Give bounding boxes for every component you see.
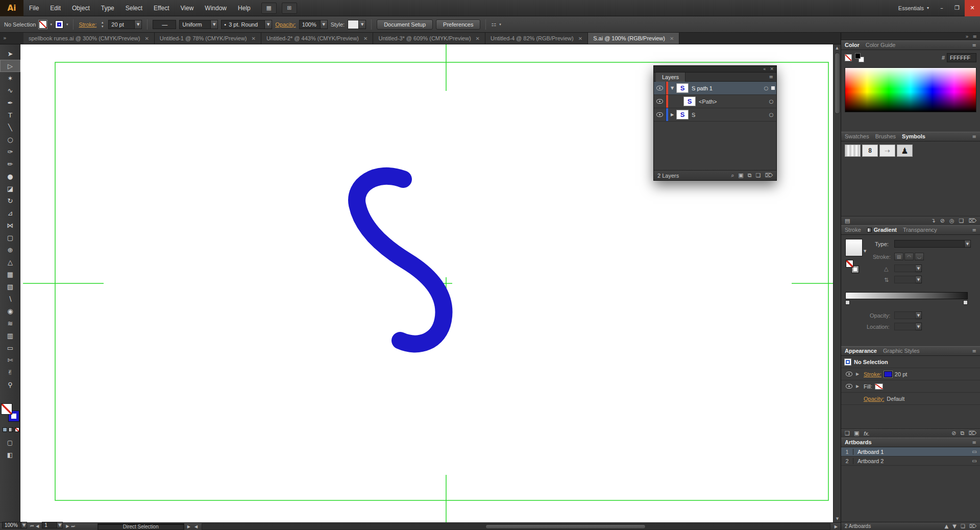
- delete-artboard-icon[interactable]: ⌦: [969, 523, 976, 529]
- artboard-name[interactable]: Artboard 1: [853, 449, 969, 455]
- eyedropper-tool[interactable]: ∖: [0, 293, 20, 305]
- stroke-weight-dropdown[interactable]: 20 pt ▼: [108, 20, 142, 29]
- symbol-thumbnail-2[interactable]: 8: [862, 144, 878, 157]
- current-tool-indicator[interactable]: Direct Selection: [97, 523, 184, 530]
- opacity-panel-link[interactable]: Opacity:: [275, 21, 296, 28]
- none-swatch[interactable]: [845, 54, 852, 61]
- artboard-navigation-dropdown[interactable]: 1 ▼: [42, 522, 63, 530]
- delete-layer-icon[interactable]: ⌦: [765, 172, 773, 179]
- layer-row[interactable]: S <Path> ○: [654, 95, 776, 108]
- zoom-dropdown[interactable]: 100% ▼: [2, 522, 27, 530]
- visibility-eye-icon[interactable]: [846, 372, 852, 376]
- stroke-chevron-icon[interactable]: ▾: [66, 22, 68, 27]
- arrange-documents-icon[interactable]: ⊞: [282, 3, 297, 14]
- panel-menu-icon[interactable]: ≡: [972, 227, 976, 233]
- line-segment-tool[interactable]: ╲: [0, 121, 20, 133]
- vertical-scroll-thumb[interactable]: [835, 53, 840, 114]
- locate-object-icon[interactable]: ⌕: [731, 172, 734, 179]
- appearance-fill-row[interactable]: ▶ Fill:: [841, 380, 980, 393]
- gradient-type-dropdown[interactable]: ▼: [894, 240, 971, 248]
- shape-builder-tool[interactable]: ⊕: [0, 244, 20, 256]
- gradient-angle-field[interactable]: ▼: [894, 264, 922, 272]
- ellipse-tool[interactable]: ○: [0, 133, 20, 146]
- menu-file[interactable]: File: [23, 0, 44, 16]
- fill-stroke-indicator[interactable]: [2, 404, 19, 421]
- chevron-down-icon[interactable]: ▼: [265, 20, 272, 29]
- menu-window[interactable]: Window: [199, 0, 232, 16]
- artboard-row[interactable]: 2 Artboard 2 ▭: [841, 456, 980, 466]
- preferences-button[interactable]: Preferences: [436, 19, 480, 30]
- chevron-down-icon[interactable]: ▼: [359, 20, 366, 29]
- collapse-dock-icon[interactable]: »: [965, 34, 968, 39]
- collapse-layer-icon[interactable]: ▼: [668, 86, 676, 90]
- color-button[interactable]: [3, 427, 7, 432]
- tab-appearance[interactable]: Appearance: [845, 348, 877, 354]
- zoom-tool[interactable]: ⚲: [0, 378, 20, 391]
- chevron-down-icon[interactable]: ▼: [864, 249, 866, 253]
- stroke-color-chip[interactable]: [55, 20, 63, 29]
- symbol-sprayer-tool[interactable]: ≋: [0, 317, 20, 329]
- new-symbol-icon[interactable]: ❏: [959, 218, 964, 224]
- artboard-icon[interactable]: ▭: [969, 458, 980, 464]
- artboard-row[interactable]: 1 Artboard 1 ▭: [841, 447, 980, 456]
- fill-color-chip[interactable]: [39, 20, 47, 29]
- horizontal-scroll-thumb[interactable]: [485, 524, 646, 529]
- move-down-icon[interactable]: ▼: [952, 523, 957, 529]
- break-link-icon[interactable]: ⊘: [940, 218, 945, 224]
- stroke-link[interactable]: Stroke:: [864, 371, 881, 377]
- gradient-across-stroke-icon[interactable]: ◡: [915, 253, 924, 260]
- lasso-tool[interactable]: ∿: [0, 84, 20, 97]
- tab-symbols[interactable]: Symbols: [902, 133, 925, 139]
- delete-symbol-icon[interactable]: ⌦: [968, 218, 976, 224]
- prev-page-icon[interactable]: ◀: [35, 524, 40, 529]
- horizontal-scrollbar[interactable]: [202, 523, 830, 530]
- last-page-icon[interactable]: ⏭: [70, 524, 76, 529]
- status-expand-icon[interactable]: ▶: [186, 524, 191, 529]
- make-clipping-mask-icon[interactable]: ▣: [738, 172, 743, 179]
- tab-close-icon[interactable]: ✕: [363, 36, 368, 41]
- document-tab[interactable]: spellbook runes.ai @ 300% (CMYK/Preview)…: [23, 33, 155, 44]
- minimize-button[interactable]: –: [934, 0, 949, 16]
- fill-indicator-none[interactable]: [2, 404, 12, 414]
- fx-menu[interactable]: fx.: [864, 430, 870, 437]
- visibility-eye-icon[interactable]: [846, 384, 852, 389]
- gradient-swatch[interactable]: [845, 239, 863, 256]
- scale-tool[interactable]: ⊿: [0, 207, 20, 219]
- menu-effect[interactable]: Effect: [148, 0, 175, 16]
- gradient-within-stroke-icon[interactable]: ▤: [894, 253, 903, 260]
- pen-tool[interactable]: ✒: [0, 97, 20, 109]
- opacity-dropdown[interactable]: 100% ▼: [299, 20, 328, 29]
- style-dropdown[interactable]: ▼: [348, 20, 366, 29]
- bridge-icon[interactable]: ▦: [261, 3, 277, 14]
- menu-view[interactable]: View: [175, 0, 200, 16]
- gradient-along-stroke-icon[interactable]: ◠: [904, 253, 914, 260]
- target-circle-icon[interactable]: ○: [766, 112, 776, 117]
- next-page-icon[interactable]: ▶: [65, 524, 70, 529]
- add-new-stroke-icon[interactable]: ❑: [845, 430, 850, 437]
- fill-none-swatch[interactable]: [875, 383, 883, 390]
- column-graph-tool[interactable]: ▥: [0, 329, 20, 342]
- tab-color[interactable]: Color: [845, 42, 860, 48]
- clear-appearance-icon[interactable]: ⊘: [951, 430, 956, 437]
- workspace-switcher[interactable]: Essentials ▾: [893, 5, 934, 11]
- place-symbol-instance-icon[interactable]: ↴: [931, 218, 936, 224]
- opacity-link[interactable]: Opacity:: [864, 396, 884, 402]
- new-sublayer-icon[interactable]: ⧉: [748, 172, 752, 179]
- gradient-stop-start[interactable]: [845, 300, 850, 305]
- appearance-opacity-row[interactable]: Opacity: Default: [841, 393, 980, 405]
- panel-menu-icon[interactable]: ≡: [972, 134, 976, 139]
- collapse-toolbar-icon[interactable]: »: [3, 35, 7, 41]
- magic-wand-tool[interactable]: ✶: [0, 72, 20, 84]
- layer-row[interactable]: ▼ S S path 1 ○: [654, 82, 776, 95]
- move-up-icon[interactable]: ▲: [944, 523, 948, 529]
- paintbrush-tool[interactable]: ✑: [0, 146, 20, 158]
- hex-value-field[interactable]: FFFFFF: [947, 53, 976, 62]
- expand-icon[interactable]: ▶: [856, 384, 861, 389]
- tab-transparency[interactable]: Transparency: [903, 227, 937, 233]
- gradient-tool[interactable]: ▧: [0, 280, 20, 293]
- appearance-stroke-row[interactable]: ▶ Stroke: 20 pt: [841, 368, 980, 380]
- symbol-thumbnail-3[interactable]: ⇢: [879, 144, 895, 157]
- document-tab[interactable]: Untitled-2* @ 443% (CMYK/Preview)✕: [261, 33, 374, 44]
- draw-normal-icon[interactable]: ▢: [7, 439, 13, 446]
- tab-layers[interactable]: Layers: [656, 73, 685, 82]
